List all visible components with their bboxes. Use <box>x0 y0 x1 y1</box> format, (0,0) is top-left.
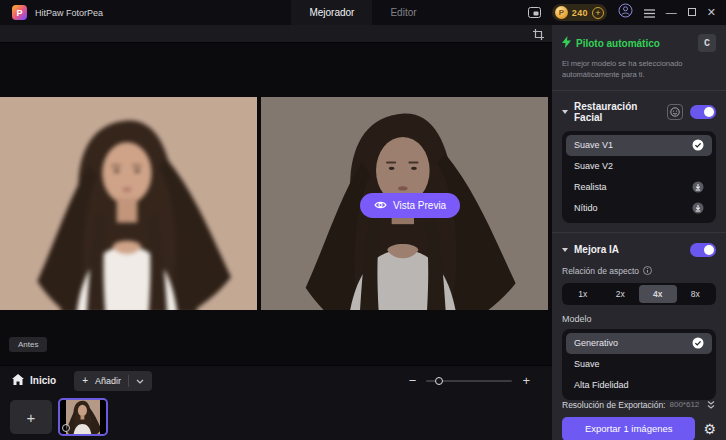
add-image-tile[interactable]: + <box>10 400 52 434</box>
model-option-alta-fidelidad[interactable]: Alta Fidelidad <box>566 375 712 396</box>
export-row: Exportar 1 imágenes ⚙ <box>562 417 716 440</box>
before-badge: Antes <box>9 337 47 352</box>
zoom-in-button[interactable]: + <box>522 374 530 387</box>
export-button[interactable]: Exportar 1 imágenes <box>562 417 695 440</box>
scale-segmented-control: 1x 2x 4x 8x <box>562 283 716 305</box>
add-button[interactable]: + Añadir <box>74 371 152 391</box>
resolution-label: Resolución de Exportación: <box>562 400 665 410</box>
sidebar-divider <box>552 232 726 233</box>
home-button[interactable]: Inicio <box>12 374 56 387</box>
menu-icon[interactable] <box>644 4 655 22</box>
titlebar-controls: P 240 + — ✕ <box>528 0 716 25</box>
model-option-label: Realista <box>574 182 607 192</box>
app-logo-icon: P <box>12 5 27 20</box>
autopilot-description: El mejor modelo se ha seleccionado autom… <box>562 59 716 81</box>
double-chevron-icon[interactable] <box>706 400 716 410</box>
model-option-nitido[interactable]: Nítido <box>566 198 712 219</box>
download-icon[interactable] <box>692 202 704 214</box>
autopilot-header: Piloto automático C <box>562 34 716 52</box>
preview-canvas: Vista Previa Antes <box>0 43 552 365</box>
ai-enhance-title: Mejora IA <box>574 244 619 255</box>
home-label: Inicio <box>30 375 56 386</box>
scale-8x[interactable]: 8x <box>677 285 715 303</box>
model-option-suave-v1[interactable]: Suave V1 <box>566 135 712 156</box>
account-icon[interactable] <box>618 3 633 22</box>
model-option-label: Suave V2 <box>574 161 613 171</box>
zoom-control: − + <box>409 374 540 387</box>
thumbnail-status-icon <box>62 424 70 432</box>
plus-icon: + <box>82 375 88 386</box>
aspect-ratio-label: Relación de aspecto <box>562 266 639 276</box>
chevron-down-icon[interactable] <box>136 376 144 386</box>
vista-previa-button[interactable]: Vista Previa <box>360 193 460 218</box>
eye-icon <box>374 200 387 212</box>
download-icon[interactable] <box>692 181 704 193</box>
add-credits-icon[interactable]: + <box>592 7 604 19</box>
lightning-icon <box>562 34 571 52</box>
autopilot-title: Piloto automático <box>576 38 660 49</box>
scale-2x[interactable]: 2x <box>602 285 640 303</box>
scale-4x[interactable]: 4x <box>639 285 677 303</box>
face-restore-header[interactable]: Restauración Facial <box>562 101 716 123</box>
ai-enhance-toggle[interactable] <box>690 243 716 257</box>
enhance-model-list: Generativo Suave Alta Fidelidad <box>562 329 716 400</box>
maximize-button[interactable] <box>688 0 696 25</box>
model-option-realista[interactable]: Realista <box>566 177 712 198</box>
sidebar-divider <box>552 90 726 91</box>
check-icon <box>692 139 704 151</box>
titlebar: P HitPaw FotorPea Mejorador Editor P 240… <box>0 0 726 25</box>
info-icon[interactable] <box>643 266 652 277</box>
crop-icon[interactable] <box>531 27 545 41</box>
model-option-label: Suave V1 <box>574 140 613 150</box>
app-title: HitPaw FotorPea <box>35 8 103 18</box>
model-section-label: Modelo <box>562 314 716 324</box>
before-image <box>0 97 257 310</box>
scale-1x[interactable]: 1x <box>564 285 602 303</box>
collapse-caret-icon[interactable] <box>562 110 568 114</box>
face-restore-toggle[interactable] <box>690 105 716 119</box>
bottom-toolbar: Inicio + Añadir − + <box>0 365 552 395</box>
thumbnail-strip: + <box>0 395 552 440</box>
resolution-value: 800*612 <box>669 400 699 409</box>
credits-badge[interactable]: P 240 + <box>552 4 607 21</box>
minimize-button[interactable]: — <box>666 0 677 25</box>
ai-enhance-header[interactable]: Mejora IA <box>562 243 716 257</box>
refresh-button[interactable]: C <box>698 34 716 52</box>
image-thumbnail[interactable] <box>58 398 108 436</box>
check-icon <box>692 337 704 349</box>
tab-editor[interactable]: Editor <box>372 0 434 25</box>
export-resolution-row: Resolución de Exportación: 800*612 <box>562 400 716 410</box>
window-switch-icon[interactable] <box>528 4 541 22</box>
add-divider <box>128 375 129 387</box>
zoom-slider-knob[interactable] <box>435 377 443 385</box>
aspect-ratio-row: Relación de aspecto <box>562 266 716 277</box>
canvas-toolbar <box>0 25 552 43</box>
face-restore-title: Restauración Facial <box>574 101 661 123</box>
model-option-label: Alta Fidelidad <box>574 380 629 390</box>
model-option-generativo[interactable]: Generativo <box>566 333 712 354</box>
app-window: P HitPaw FotorPea Mejorador Editor P 240… <box>0 0 726 440</box>
tab-mejorador[interactable]: Mejorador <box>291 0 372 25</box>
settings-sidebar: Piloto automático C El mejor modelo se h… <box>552 25 726 440</box>
credits-count: 240 <box>572 8 588 18</box>
model-option-label: Generativo <box>574 338 618 348</box>
thumbnail-photo <box>66 400 100 434</box>
close-button[interactable]: ✕ <box>707 0 716 25</box>
gear-icon[interactable]: ⚙ <box>703 422 716 436</box>
collapse-caret-icon[interactable] <box>562 248 568 252</box>
add-label: Añadir <box>95 376 121 386</box>
model-option-suave-v2[interactable]: Suave V2 <box>566 156 712 177</box>
face-model-list: Suave V1 Suave V2 Realista Nítido <box>562 131 716 223</box>
model-option-suave[interactable]: Suave <box>566 354 712 375</box>
home-icon <box>12 374 24 387</box>
coin-icon: P <box>555 6 568 19</box>
zoom-out-button[interactable]: − <box>409 374 417 387</box>
face-detect-button[interactable] <box>667 104 683 120</box>
vista-previa-label: Vista Previa <box>393 200 446 211</box>
model-option-label: Nítido <box>574 203 598 213</box>
zoom-slider[interactable] <box>426 377 512 385</box>
model-option-label: Suave <box>574 359 600 369</box>
